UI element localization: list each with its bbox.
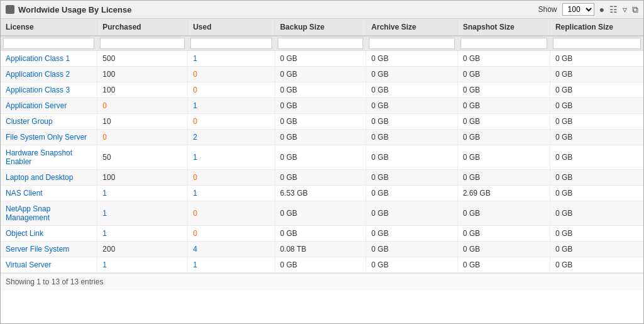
license-link[interactable]: Application Class 3 (6, 86, 70, 94)
filter-purchased[interactable] (100, 38, 185, 49)
usage-table: License Purchased Used Backup Size Archi… (1, 19, 643, 273)
license-link[interactable]: Virtual Server (6, 260, 51, 269)
cell-replication: 0 GB (550, 98, 643, 114)
purchased-link[interactable]: 0 (102, 101, 107, 110)
filter-license[interactable] (3, 38, 94, 49)
cell-archive: 0 GB (366, 98, 458, 114)
license-link[interactable]: Server File System (6, 245, 69, 254)
license-link[interactable]: Hardware Snapshot Enabler (6, 148, 72, 166)
filter-backup[interactable] (278, 38, 363, 49)
cell-used[interactable]: 0 (188, 114, 275, 130)
license-link[interactable]: Cluster Group (6, 117, 53, 126)
cell-purchased[interactable]: 1 (97, 226, 188, 242)
license-link[interactable]: Application Server (6, 101, 67, 110)
cell-snapshot: 0 GB (457, 242, 550, 257)
export-icon[interactable]: ⧉ (632, 4, 638, 15)
license-link[interactable]: NAS Client (6, 189, 43, 198)
filter-snapshot[interactable] (461, 38, 547, 49)
used-link[interactable]: 1 (193, 101, 197, 110)
used-link[interactable]: 2 (193, 133, 197, 142)
columns-icon[interactable]: ☷ (609, 4, 618, 14)
cell-snapshot: 0 GB (457, 257, 550, 273)
license-link[interactable]: Laptop and Desktop (6, 173, 73, 182)
cell-used[interactable]: 1 (188, 186, 275, 201)
used-link[interactable]: 0 (193, 209, 197, 218)
cell-purchased[interactable]: 1 (97, 186, 188, 201)
used-link[interactable]: 0 (193, 70, 197, 79)
footer: Showing 1 to 13 of 13 entries (1, 273, 643, 290)
license-link[interactable]: File System Only Server (6, 133, 87, 142)
title-bar-right: Show 100 50 25 ● ☷ ▿ ⧉ (538, 3, 639, 16)
cell-used[interactable]: 1 (188, 145, 275, 170)
col-archive: Archive Size (366, 19, 458, 36)
cell-license: File System Only Server (1, 130, 97, 145)
cell-purchased[interactable]: 1 (97, 201, 188, 226)
cell-license: Virtual Server (1, 257, 97, 273)
cell-backup: 0 GB (275, 114, 366, 130)
used-link[interactable]: 1 (193, 54, 197, 63)
cell-used[interactable]: 0 (188, 82, 275, 98)
license-link[interactable]: Application Class 2 (6, 70, 70, 79)
show-select[interactable]: 100 50 25 (562, 3, 594, 16)
cell-archive: 0 GB (366, 242, 458, 257)
cell-archive: 0 GB (366, 51, 458, 67)
cell-archive: 0 GB (366, 257, 458, 273)
cell-used[interactable]: 1 (188, 98, 275, 114)
table-row: Application Server010 GB0 GB0 GB0 GB (1, 98, 643, 114)
cell-used[interactable]: 1 (188, 257, 275, 273)
used-link[interactable]: 1 (193, 260, 197, 269)
cell-snapshot: 0 GB (457, 226, 550, 242)
cell-backup: 0 GB (275, 82, 366, 98)
purchased-link[interactable]: 0 (102, 133, 107, 142)
table-row: Application Class 210000 GB0 GB0 GB0 GB (1, 67, 643, 82)
cell-used[interactable]: 0 (188, 201, 275, 226)
license-link[interactable]: Application Class 1 (6, 54, 70, 63)
cell-backup: 0.08 TB (275, 242, 366, 257)
window-icon (6, 5, 14, 14)
cell-replication: 0 GB (550, 226, 643, 242)
purchased-link[interactable]: 1 (102, 229, 107, 238)
bell-icon[interactable]: ● (599, 4, 604, 14)
footer-text: Showing 1 to 13 of 13 entries (6, 277, 103, 286)
cell-archive: 0 GB (366, 82, 458, 98)
used-link[interactable]: 1 (193, 153, 197, 162)
used-link[interactable]: 4 (193, 245, 197, 254)
purchased-link[interactable]: 1 (102, 209, 107, 218)
cell-used[interactable]: 0 (188, 226, 275, 242)
cell-used[interactable]: 2 (188, 130, 275, 145)
table-row: Application Class 310000 GB0 GB0 GB0 GB (1, 82, 643, 98)
filter-used[interactable] (190, 38, 272, 49)
filter-archive[interactable] (369, 38, 455, 49)
cell-used[interactable]: 0 (188, 67, 275, 82)
cell-replication: 0 GB (550, 186, 643, 201)
purchased-link[interactable]: 1 (102, 189, 107, 198)
cell-purchased[interactable]: 0 (97, 98, 188, 114)
purchased-link[interactable]: 1 (102, 260, 107, 269)
cell-purchased[interactable]: 0 (97, 130, 188, 145)
cell-replication: 0 GB (550, 114, 643, 130)
used-link[interactable]: 0 (193, 173, 197, 182)
cell-replication: 0 GB (550, 242, 643, 257)
cell-snapshot: 0 GB (457, 201, 550, 226)
filter-replication[interactable] (553, 38, 641, 49)
cell-purchased: 100 (97, 82, 188, 98)
cell-backup: 0 GB (275, 67, 366, 82)
cell-used[interactable]: 0 (188, 170, 275, 186)
cell-snapshot: 0 GB (457, 98, 550, 114)
used-link[interactable]: 0 (193, 86, 197, 94)
title-bar-left: Worldwide Usage By License (6, 5, 131, 14)
cell-used[interactable]: 1 (188, 51, 275, 67)
used-link[interactable]: 0 (193, 229, 197, 238)
filter-icon[interactable]: ▿ (623, 4, 627, 14)
table-header-row: License Purchased Used Backup Size Archi… (1, 19, 643, 36)
cell-archive: 0 GB (366, 226, 458, 242)
cell-used[interactable]: 4 (188, 242, 275, 257)
cell-snapshot: 0 GB (457, 67, 550, 82)
used-link[interactable]: 1 (193, 189, 197, 198)
used-link[interactable]: 0 (193, 117, 197, 126)
cell-purchased[interactable]: 1 (97, 257, 188, 273)
cell-purchased: 200 (97, 242, 188, 257)
license-link[interactable]: Object Link (6, 229, 43, 238)
cell-snapshot: 0 GB (457, 51, 550, 67)
license-link[interactable]: NetApp Snap Management (6, 204, 50, 222)
